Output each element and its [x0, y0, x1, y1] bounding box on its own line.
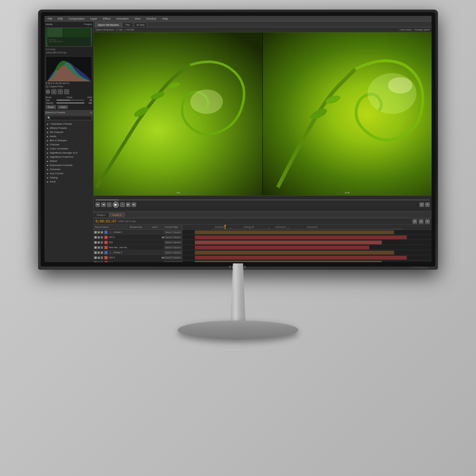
lock-icon[interactable] — [101, 256, 103, 259]
original-photo-checkbox[interactable] — [46, 85, 48, 88]
effects-item-audio[interactable]: ▶ Audio — [44, 134, 93, 138]
lock-icon[interactable] — [101, 241, 103, 244]
menu-layer[interactable]: Layer — [89, 17, 99, 20]
eye-icon[interactable]: ◉ — [94, 256, 97, 259]
dropdown-none2[interactable]: None ▾ — [173, 246, 182, 249]
eye-icon[interactable]: ◉ — [94, 261, 97, 262]
track-clip[interactable] — [195, 235, 407, 239]
video-icon[interactable]: ▣ — [97, 231, 100, 234]
effects-item-knoll[interactable]: ▶ Knoll — [44, 180, 93, 184]
dropdown-none2[interactable]: None ▾ — [173, 251, 182, 254]
eye-icon[interactable]: ◉ — [94, 251, 97, 254]
video-icon[interactable]: ▣ — [97, 261, 100, 262]
dropdown-none[interactable]: None ▾ — [164, 231, 173, 234]
effects-item-keying[interactable]: ▶ Keying — [44, 175, 93, 180]
effects-item-distort[interactable]: ▶ Distort — [44, 159, 93, 163]
eye-icon[interactable]: ◉ — [94, 246, 97, 249]
dropdown-none[interactable]: None ▾ — [164, 256, 173, 259]
track-clip[interactable] — [195, 261, 382, 262]
search-input[interactable] — [51, 116, 90, 120]
tl-tool-btn-1[interactable]: ⇄ — [413, 219, 417, 224]
reset-button[interactable]: Reset — [46, 105, 56, 109]
menu-view[interactable]: View — [133, 17, 142, 20]
tl-tool-btn-2[interactable]: ⊞ — [419, 219, 423, 224]
tool-circle2-btn[interactable]: ○ — [64, 89, 69, 94]
step-back-btn[interactable]: ‹ — [107, 202, 111, 207]
lock-icon[interactable] — [101, 236, 103, 239]
effects-item-generate[interactable]: ▶ Generate — [44, 167, 93, 171]
dropdown-none[interactable]: None ▾ — [164, 246, 173, 249]
dropdown-none[interactable]: None ▾ — [164, 236, 173, 239]
layer-row[interactable]: ◉ ▣ 4 you kno...ove me... None ▾ — [94, 245, 182, 250]
dropdown-none2[interactable]: None ▾ — [173, 236, 182, 239]
eye-icon[interactable]: ◉ — [94, 241, 97, 244]
step-fwd-btn[interactable]: › — [120, 202, 125, 207]
menu-edit[interactable]: Edit — [57, 17, 64, 20]
eye-icon[interactable]: ◉ — [94, 231, 97, 234]
play-btn[interactable]: ▶ — [113, 202, 119, 208]
effects-item-blur[interactable]: ▶ Blur & Sharpen — [44, 138, 93, 142]
tab-space-introduction[interactable]: Space Introduction — [95, 23, 122, 27]
menu-composition[interactable]: Composition — [67, 17, 86, 20]
track-clip[interactable] — [195, 246, 369, 249]
dropdown-none2[interactable]: None ▾ — [173, 231, 182, 234]
video-icon[interactable]: ▣ — [97, 256, 100, 259]
track-clip[interactable] — [195, 230, 394, 234]
lock-icon[interactable]: 🔒 — [101, 231, 103, 234]
video-icon[interactable]: ▣ — [97, 246, 100, 249]
menu-animation[interactable]: Animation — [115, 17, 130, 20]
effects-item-channel[interactable]: ▶ Channel — [44, 142, 93, 147]
eye-icon[interactable]: ◉ — [94, 236, 97, 239]
menu-help[interactable]: Help — [161, 17, 169, 20]
timeline-progress-bar[interactable] — [96, 199, 430, 201]
dropdown-none2[interactable]: None ▾ — [173, 261, 182, 262]
tl-tool-btn-3[interactable]: ⚙ — [425, 219, 430, 224]
menu-file[interactable]: File — [46, 17, 54, 20]
loop-btn[interactable]: ⟳ — [425, 202, 430, 207]
effects-item-expression[interactable]: ▶ Expression Controls — [44, 163, 93, 167]
effects-item-color-correction[interactable]: ▶ Color Correction — [44, 147, 93, 151]
go-end-btn[interactable]: ⏭ — [132, 202, 136, 207]
video-icon[interactable]: ▣ — [97, 251, 100, 254]
close-button[interactable]: Close — [58, 105, 68, 109]
lock-icon[interactable]: 🔒 — [101, 251, 103, 254]
tool-plus-btn[interactable]: + — [58, 89, 63, 94]
layer-row[interactable]: ◉ ▣ 🔒 [ 1 Comp 2 — [94, 250, 182, 255]
dropdown-none[interactable]: None ▾ — [164, 251, 173, 254]
dropdown-none2[interactable]: None ▾ — [173, 241, 182, 244]
dropdown-none[interactable]: None ▾ — [164, 261, 173, 262]
opacity-slider[interactable] — [56, 102, 84, 103]
layer-row[interactable]: ◉ ▣ 2 XO 2 fx Non — [94, 255, 182, 260]
track-clip[interactable] — [195, 241, 382, 244]
video-icon[interactable]: ▣ — [97, 241, 100, 244]
effects-item-key-correct[interactable]: ▶ Key Correct — [44, 171, 93, 175]
effects-item-effects-presets[interactable]: ▶ Effects Presets — [44, 126, 93, 130]
search-box[interactable]: 🔍 — [46, 116, 92, 120]
layer-row[interactable]: ◉ ▣ 2 XO 2 fx Non — [94, 235, 182, 240]
comp-tab-1[interactable]: Comp 1 — [94, 213, 109, 217]
layer-row[interactable]: ◉ ▣ 3 XO None ▾ N — [94, 240, 182, 245]
menu-effect[interactable]: Effect — [102, 17, 112, 20]
layer-row[interactable]: ◉ ▣ 🔒 [ 1 Comp 2 — [94, 230, 182, 235]
tool-circle-btn[interactable] — [46, 89, 50, 94]
dropdown-none2[interactable]: None ▾ — [173, 256, 182, 259]
effects-item-animation-presets[interactable]: ▶ * Animation Presets — [44, 122, 93, 126]
track-clip[interactable] — [195, 251, 394, 255]
tool-square-btn[interactable]: □ — [51, 89, 56, 94]
menu-window[interactable]: Window — [145, 17, 158, 20]
lock-icon[interactable] — [101, 246, 103, 249]
effects-menu-icon[interactable]: ≡ — [90, 111, 92, 114]
dropdown-none[interactable]: None ▾ — [164, 241, 173, 244]
effects-item-digieffects-damage[interactable]: ▶ Digieffects Damage v2.5 — [44, 151, 93, 155]
tab-3d-ball[interactable]: 3D Ball — [134, 23, 148, 27]
effects-item-digieffects-freeform[interactable]: ▶ Digieffects FreeForm — [44, 155, 93, 159]
tab-title[interactable]: Title — [122, 23, 133, 27]
track-clip[interactable] — [195, 256, 407, 260]
lock-icon[interactable] — [101, 261, 103, 262]
audio-btn[interactable]: 🔊 — [420, 202, 424, 207]
video-icon[interactable]: ▣ — [97, 236, 100, 239]
prev-frame-btn[interactable]: ◀ — [101, 202, 106, 207]
go-start-btn[interactable]: ⏮ — [96, 202, 100, 207]
size-slider[interactable] — [56, 100, 84, 101]
effects-item-3dchannel[interactable]: ▶ 3D Channel — [44, 130, 93, 134]
